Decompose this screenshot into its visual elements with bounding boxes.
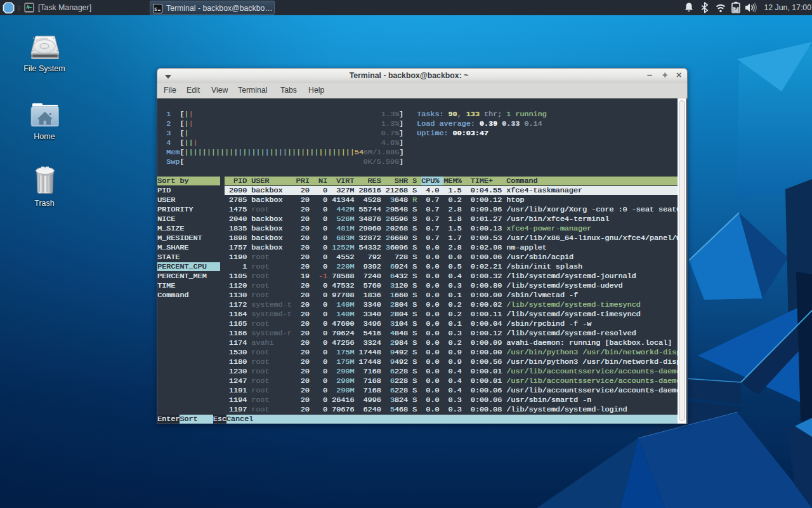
svg-text:$: $ [154,6,157,12]
